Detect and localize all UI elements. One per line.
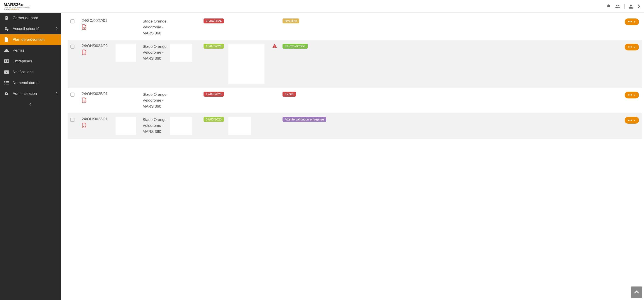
status-badge: Expiré	[282, 92, 296, 97]
svg-rect-5	[4, 51, 9, 52]
caret-down-icon: ▼	[634, 21, 636, 23]
user-shield-icon	[4, 26, 9, 31]
location-text: Stade Orange Vélodrome - MARS 360	[142, 117, 170, 135]
sidebar-item-label: Administration	[13, 91, 37, 96]
svg-point-2	[630, 4, 632, 6]
main-content: 24/SC/0027/01PDFStade Orange Vélodrome -…	[61, 13, 644, 152]
row-actions-button[interactable]: •••▼	[624, 92, 639, 98]
chevron-right-icon	[56, 91, 58, 96]
sidebar-item-notifications[interactable]: Notifications	[0, 67, 61, 77]
logo-text: MARS36	[4, 2, 21, 7]
header-right	[606, 4, 640, 9]
id-card-icon	[4, 59, 9, 63]
cog-icon	[4, 91, 9, 96]
redacted-content	[116, 44, 136, 62]
pdf-icon[interactable]: PDF	[82, 123, 87, 128]
svg-rect-14	[6, 82, 9, 83]
caret-down-icon: ▼	[634, 46, 636, 48]
status-badge: Brouillon	[282, 18, 299, 23]
redacted-content	[228, 44, 264, 84]
row-actions-button[interactable]: •••▼	[624, 18, 639, 25]
sidebar-item-nomenclatures[interactable]: Nomenclatures	[0, 77, 61, 88]
svg-text:PDF: PDF	[83, 52, 86, 54]
hardhat-icon	[4, 48, 9, 52]
sidebar: Carnet de bordAccueil sécuritéPlan de pr…	[0, 13, 61, 152]
sidebar-item-plan-de-prvention[interactable]: Plan de prévention	[0, 34, 61, 45]
svg-rect-10	[4, 70, 9, 74]
svg-point-7	[5, 60, 6, 62]
row-checkbox[interactable]	[70, 93, 74, 97]
people-icon[interactable]	[615, 4, 620, 8]
row-checkbox[interactable]	[70, 19, 74, 23]
sidebar-item-entreprises[interactable]: Entreprises	[0, 56, 61, 67]
caret-down-icon: ▼	[634, 119, 636, 122]
pdf-icon[interactable]: PDF	[82, 24, 87, 30]
sidebar-item-label: Carnet de bord	[13, 16, 38, 20]
date-badge: 07/03/2025	[204, 117, 224, 122]
divider	[624, 4, 624, 9]
bell-icon[interactable]	[606, 4, 611, 8]
redacted-content	[170, 44, 192, 62]
dashboard-icon	[4, 16, 9, 20]
envelope-icon	[4, 70, 9, 74]
sidebar-collapse-button[interactable]	[0, 99, 61, 111]
ellipsis-icon: •••	[628, 119, 632, 122]
redacted-content	[228, 117, 251, 135]
brand-logo[interactable]: MARS36⚙ CREATIVE EVENTS - BIG MOMENTS Or…	[4, 2, 30, 10]
location-text: Stade Orange Vélodrome - MARS 360	[142, 92, 170, 110]
location-text: Stade Orange Vélodrome - MARS 360	[142, 44, 170, 61]
list-icon	[4, 81, 9, 85]
ellipsis-icon: •••	[628, 93, 632, 97]
sidebar-item-label: Nomenclatures	[13, 81, 38, 85]
table-row: 24/OH/0023/01PDFStade Orange Vélodrome -…	[68, 113, 642, 139]
row-actions-button[interactable]: •••▼	[624, 117, 639, 124]
chevron-right-icon[interactable]	[637, 4, 640, 8]
ellipsis-icon: •••	[628, 20, 632, 24]
top-header: MARS36⚙ CREATIVE EVENTS - BIG MOMENTS Or…	[0, 0, 644, 13]
table-row: 24/OH/0025/01PDFStade Orange Vélodrome -…	[68, 88, 642, 113]
pdf-icon[interactable]: PDF	[82, 98, 87, 103]
row-actions-button[interactable]: •••▼	[624, 44, 639, 50]
sidebar-item-carnet-de-bord[interactable]: Carnet de bord	[0, 13, 61, 23]
sidebar-item-accueil-scurit[interactable]: Accueil sécurité	[0, 23, 61, 34]
svg-rect-9	[7, 61, 8, 62]
status-badge: En exploitation	[282, 44, 308, 49]
caret-down-icon: ▼	[634, 94, 636, 96]
svg-point-1	[618, 5, 620, 6]
svg-rect-11	[4, 81, 5, 82]
reference-number: 24/OH/0024/02	[82, 44, 116, 48]
sidebar-item-administration[interactable]: Administration	[0, 88, 61, 99]
date-badge: 10/07/2024	[204, 44, 224, 49]
svg-rect-13	[4, 82, 5, 83]
svg-point-3	[5, 16, 8, 20]
redacted-content	[116, 117, 136, 135]
svg-rect-15	[4, 84, 5, 84]
location-text: Stade Orange Vélodrome - MARS 360	[142, 18, 170, 36]
row-checkbox[interactable]	[70, 118, 74, 122]
sidebar-item-label: Plan de prévention	[13, 37, 45, 42]
chevron-right-icon	[56, 26, 58, 31]
user-icon[interactable]	[629, 4, 633, 8]
svg-text:PDF: PDF	[83, 126, 86, 127]
sidebar-item-permis[interactable]: Permis	[0, 45, 61, 56]
gear-icon: ⚙	[21, 3, 24, 7]
file-icon	[4, 37, 9, 42]
svg-rect-12	[6, 81, 9, 82]
svg-rect-16	[6, 84, 9, 84]
reference-number: 24/SC/0027/01	[82, 18, 116, 23]
prevention-plan-table: 24/SC/0027/01PDFStade Orange Vélodrome -…	[68, 15, 642, 139]
date-badge: 17/04/2024	[204, 92, 224, 97]
svg-text:PDF: PDF	[83, 100, 86, 102]
date-badge: 29/04/2024	[204, 18, 224, 23]
warning-icon	[272, 45, 277, 48]
table-row: 24/OH/0024/02PDFStade Orange Vélodrome -…	[68, 40, 642, 88]
svg-point-0	[616, 5, 617, 6]
table-row: 24/SC/0027/01PDFStade Orange Vélodrome -…	[68, 15, 642, 40]
sidebar-item-label: Accueil sécurité	[13, 26, 40, 31]
row-checkbox[interactable]	[70, 45, 74, 49]
pdf-icon[interactable]: PDF	[82, 50, 87, 55]
svg-point-4	[5, 27, 7, 29]
sidebar-item-label: Permis	[13, 48, 24, 53]
redacted-content	[170, 117, 192, 135]
reference-number: 24/OH/0025/01	[82, 92, 116, 96]
